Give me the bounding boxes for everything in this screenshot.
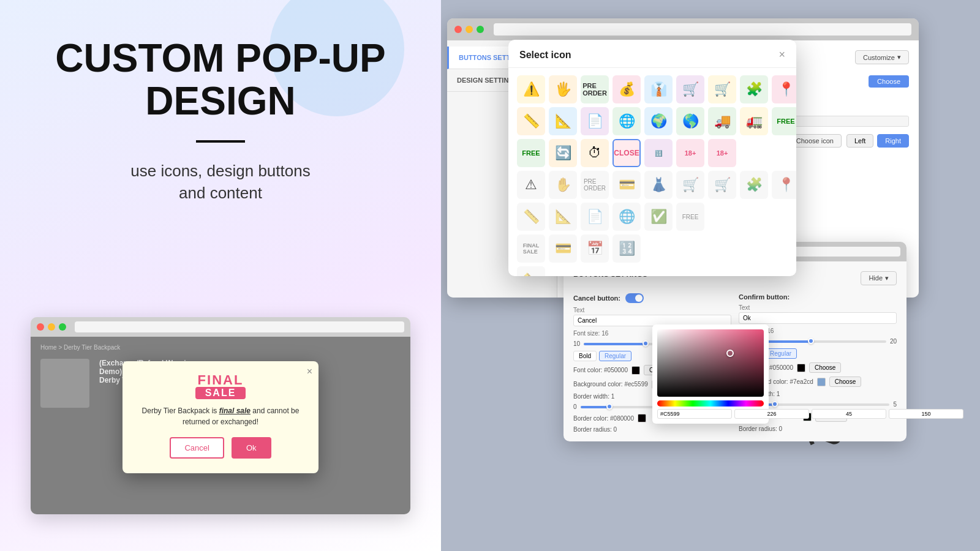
customize-button[interactable]: Customize ▾ <box>855 50 909 64</box>
icon-globe2[interactable]: 🌍 <box>644 107 673 135</box>
confirm-font-color-choose[interactable]: Choose <box>809 362 841 373</box>
cancel-font-color-swatch <box>631 366 640 375</box>
hue-slider[interactable] <box>657 400 764 407</box>
icon-row-7: 📏 <box>517 266 788 276</box>
confirm-size-slider[interactable] <box>749 340 886 343</box>
icon-puzzle[interactable]: 🧩 <box>740 75 768 103</box>
dialog-title: Select icon <box>519 50 571 61</box>
icon-outline-percent[interactable]: 💳 <box>612 171 641 199</box>
icon-mannequin[interactable]: 👔 <box>644 75 673 103</box>
icon-outline-tape[interactable]: 📐 <box>549 203 577 231</box>
icon-outline-preorder[interactable]: PREORDER <box>581 171 609 199</box>
icon-row-2: 📏 📐 📄 🌐 🌍 🌎 🚚 🚛 FREE <box>517 107 788 135</box>
sale-badge: SALE <box>195 387 246 399</box>
cancel-bold-btn[interactable]: Bold <box>573 351 597 361</box>
color-hex-input[interactable] <box>657 409 732 419</box>
dialog-close-button[interactable]: × <box>778 48 785 61</box>
subtitle: use icons, design buttons and content <box>130 160 310 204</box>
icon-doc[interactable]: 📄 <box>581 107 609 135</box>
color-gradient-box[interactable] <box>657 329 764 397</box>
cancel-btn-label: Cancel button: <box>573 293 731 303</box>
confirm-bg-color-choose[interactable]: Choose <box>829 377 861 387</box>
icon-outline-numbers[interactable]: 🔢 <box>612 234 641 263</box>
icon-globe[interactable]: 🌐 <box>612 107 641 135</box>
dot-green-main[interactable] <box>477 26 484 33</box>
icon-globe3[interactable]: 🌎 <box>676 107 704 135</box>
left-panel: CUSTOM POP-UP DESIGN use icons, design b… <box>0 0 441 551</box>
browser-content-small: Home > Derby Tier Backpack (Exchange/Ref… <box>31 337 410 514</box>
icon-adult1[interactable]: 18+ <box>676 139 704 167</box>
icon-outline-puzzle[interactable]: 🧩 <box>740 171 768 199</box>
icon-adult2[interactable]: 18+ <box>708 139 736 167</box>
icon-outline-coins[interactable]: 💳 <box>549 234 577 263</box>
icon-outline-free[interactable]: FREE <box>676 203 704 231</box>
left-button[interactable]: Left <box>846 134 873 148</box>
color-input-row <box>657 409 764 419</box>
icon-percent[interactable]: 💰 <box>612 75 641 103</box>
right-button[interactable]: Right <box>877 134 909 148</box>
icon-outline-finalsale[interactable]: FINALSALE <box>517 234 545 263</box>
icon-hand[interactable]: 🖐 <box>549 75 577 103</box>
choose-button[interactable]: Choose <box>869 75 909 88</box>
icon-row-1: ⚠️ 🖐 PREORDER 💰 👔 🛒 🛒 🧩 📍 <box>517 75 788 103</box>
icon-tape[interactable]: 📐 <box>549 107 577 135</box>
color-b-input[interactable] <box>889 409 963 419</box>
browser-url-bar-small <box>75 321 404 332</box>
confirm-border-radius-row: Border radius: 0 <box>739 425 897 432</box>
icon-close-selected[interactable]: CLOSE <box>612 139 641 167</box>
product-image <box>40 359 89 408</box>
color-picker-thumb[interactable] <box>726 350 734 357</box>
confirm-text-input[interactable] <box>739 312 897 324</box>
cancel-button[interactable]: Cancel <box>170 437 224 459</box>
icon-outline-mannequin[interactable]: 👗 <box>644 171 673 199</box>
browser-titlebar-main <box>447 18 919 40</box>
icon-row-6: FINALSALE 💳 📅 🔢 <box>517 234 788 263</box>
right-panel: BUTTONS SETTINGS DESIGN SETTINGS Customi… <box>441 0 980 551</box>
icon-truck2[interactable]: 🚛 <box>740 107 768 135</box>
page-title: CUSTOM POP-UP DESIGN <box>55 37 385 123</box>
cancel-regular-btn[interactable]: Regular <box>599 351 631 361</box>
color-r-input[interactable] <box>734 409 809 419</box>
confirm-text-field: Text <box>739 304 897 324</box>
ok-button[interactable]: Ok <box>232 437 271 459</box>
icon-free[interactable]: FREE <box>772 107 796 135</box>
icon-outline-cart2[interactable]: 🛒 <box>708 171 736 199</box>
icon-outline-warning[interactable]: ⚠ <box>517 171 545 199</box>
icon-ruler[interactable]: 📏 <box>517 107 545 135</box>
icon-outline-doc[interactable]: 📄 <box>581 203 609 231</box>
icon-outline-globe[interactable]: 🌐 <box>612 203 641 231</box>
hide-btn-bottom[interactable]: Hide ▾ <box>861 271 897 285</box>
dot-green[interactable] <box>59 323 66 331</box>
icon-outline-ruler[interactable]: 📏 <box>517 203 545 231</box>
icon-cart2[interactable]: 🛒 <box>708 75 736 103</box>
dot-red-main[interactable] <box>454 26 462 33</box>
confirm-regular-btn[interactable]: Regular <box>764 348 797 359</box>
cancel-toggle[interactable] <box>625 293 644 303</box>
final-sale-icon: FINAL SALE <box>195 373 246 399</box>
icon-free2[interactable]: FREE <box>517 139 545 167</box>
icon-warning[interactable]: ⚠️ <box>517 75 545 103</box>
icon-hand2[interactable]: 🔄 <box>549 139 577 167</box>
icon-grid: ⚠️ 🖐 PREORDER 💰 👔 🛒 🛒 🧩 📍 📏 📐 📄 🌐 🌍 🌎 🚚 <box>508 68 796 276</box>
popup-demo-container: Home > Derby Tier Backpack (Exchange/Ref… <box>31 317 410 514</box>
dot-yellow[interactable] <box>48 323 55 331</box>
browser-titlebar-small <box>31 317 410 337</box>
icon-preorder[interactable]: PREORDER <box>581 75 609 103</box>
dot-yellow-main[interactable] <box>466 26 473 33</box>
icon-sale-numeric[interactable]: 🔢 <box>644 139 673 167</box>
icon-outline-ruler2[interactable]: 📏 <box>517 266 545 276</box>
icon-clock[interactable]: ⏱ <box>581 139 609 167</box>
modal-buttons: Cancel Ok <box>170 437 271 459</box>
dot-red[interactable] <box>37 323 44 331</box>
color-g-input[interactable] <box>812 409 886 419</box>
modal-close-button[interactable]: × <box>307 366 312 377</box>
cancel-border-color-swatch <box>638 414 646 422</box>
icon-cart[interactable]: 🛒 <box>676 75 704 103</box>
icon-outline-check[interactable]: ✅ <box>644 203 673 231</box>
icon-outline-cart[interactable]: 🛒 <box>676 171 704 199</box>
icon-location[interactable]: 📍 <box>772 75 796 103</box>
icon-outline-location[interactable]: 📍 <box>772 171 796 199</box>
icon-truck[interactable]: 🚚 <box>708 107 736 135</box>
icon-outline-hand[interactable]: ✋ <box>549 171 577 199</box>
icon-outline-calendar[interactable]: 📅 <box>581 234 609 263</box>
